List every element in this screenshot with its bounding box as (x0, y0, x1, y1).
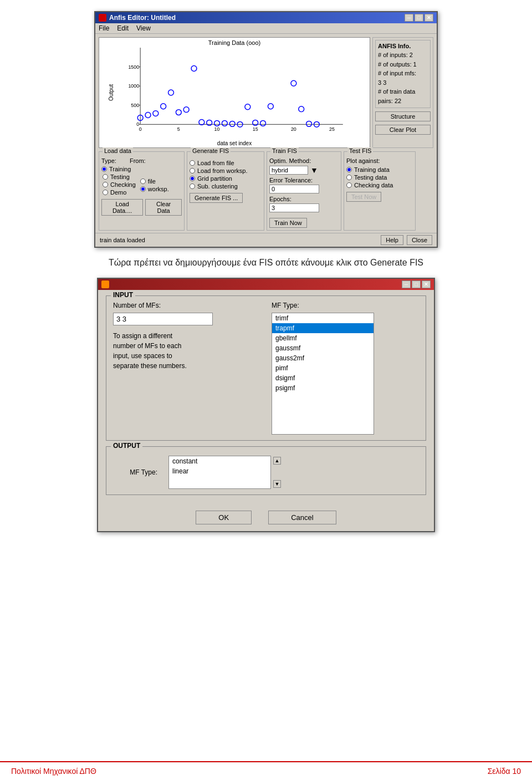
genfis-close-button[interactable]: ✕ (422, 281, 431, 288)
error-tolerance-input[interactable] (269, 185, 319, 193)
from-label: From: (130, 157, 146, 164)
radio-load-worksp[interactable] (190, 168, 195, 174)
radio-file-label: file (148, 178, 156, 185)
structure-button[interactable]: Structure (375, 111, 431, 121)
help-button[interactable]: Help (381, 235, 403, 245)
load-data-title: Load data (103, 147, 133, 154)
svg-text:10: 10 (214, 126, 220, 132)
chart-title: Training Data (ooo) (99, 38, 370, 46)
radio-checking[interactable] (103, 182, 108, 187)
radio-training-data-label: Training data (354, 166, 390, 173)
mf-item-trimf[interactable]: trimf (272, 313, 374, 323)
output-mf-type-list[interactable]: constant linear (168, 456, 271, 489)
output-mf-item-constant[interactable]: constant (169, 456, 270, 466)
mfs-label: Number of MFs: (113, 302, 260, 309)
svg-text:1000: 1000 (128, 83, 139, 89)
radio-worksp[interactable] (140, 186, 146, 192)
svg-point-30 (245, 104, 250, 110)
optim-label: Optim. Method: (269, 157, 311, 164)
svg-point-17 (145, 113, 151, 118)
radio-file[interactable] (140, 179, 146, 184)
train-now-button[interactable]: Train Now (269, 218, 307, 228)
radio-testing[interactable] (103, 174, 108, 180)
test-fis-panel: Test FIS Plot against: Training data Tes… (344, 151, 416, 231)
test-fis-title: Test FIS (347, 147, 373, 154)
mf-item-pimf[interactable]: pimf (272, 363, 374, 373)
svg-point-22 (183, 107, 189, 113)
anfis-info-panel: ANFIS Info. # of inputs: 2 # of outputs:… (372, 37, 433, 148)
restore-button[interactable]: □ (415, 14, 423, 22)
type-label: Type: (101, 157, 116, 164)
page-footer: Πολιτικοί Μηχανικοί ΔΠΘ Σελίδα 10 (0, 761, 532, 780)
radio-demo[interactable] (103, 190, 108, 195)
svg-point-23 (191, 66, 197, 72)
footer-left: Πολιτικοί Μηχανικοί ΔΠΘ (11, 767, 96, 776)
chart-svg: 0 500 1000 1500 0 5 10 15 20 (115, 48, 369, 141)
greek-paragraph: Τώρα πρέπει να δημιουργήσουμε ένα FIS οπ… (44, 258, 488, 268)
close-button[interactable]: ✕ (424, 14, 433, 22)
radio-sub-clustering[interactable] (190, 183, 195, 189)
epochs-input[interactable] (269, 203, 319, 212)
radio-training-label: Training (109, 166, 131, 172)
clear-data-button[interactable]: Clear Data (145, 199, 182, 216)
genfis-minimize-button[interactable]: ─ (402, 281, 411, 288)
anfis-info-title: ANFIS Info. (378, 43, 428, 49)
anfis-info-text: # of inputs: 2 # of outputs: 1 # of inpu… (378, 50, 428, 105)
minimize-button[interactable]: ─ (405, 14, 413, 22)
load-data-panel: Load data Type: From: Training Testing (99, 151, 185, 231)
output-list-scroll-down[interactable]: ▼ (273, 480, 281, 488)
anfis-menubar: File Edit View (95, 23, 437, 34)
radio-load-worksp-label: Load from worksp. (197, 167, 247, 174)
input-section-title: INPUT (111, 291, 135, 299)
radio-testing-label: Testing (110, 174, 130, 180)
radio-training[interactable] (101, 166, 107, 172)
close-anfis-button[interactable]: Close (407, 235, 432, 245)
optim-method-input[interactable] (269, 166, 308, 175)
mf-item-trapmf[interactable]: trapmf (272, 323, 374, 333)
clear-plot-button[interactable]: Clear Plot (375, 125, 431, 135)
plot-against-label: Plot against: (346, 157, 380, 164)
svg-text:20: 20 (291, 126, 296, 132)
output-mf-item-linear[interactable]: linear (169, 466, 270, 476)
svg-text:0: 0 (139, 126, 142, 132)
genfis-ok-button[interactable]: OK (196, 511, 252, 524)
genfis-dialog: ─ □ ✕ INPUT Number of MFs: To assign a d… (97, 278, 435, 532)
training-chart: Training Data (ooo) Output 0 500 1000 15… (99, 37, 370, 148)
mf-item-gaussmf[interactable]: gaussmf (272, 343, 374, 353)
load-data-button[interactable]: Load Data.... (101, 199, 143, 216)
svg-point-20 (168, 90, 174, 95)
status-text: train data loaded (100, 237, 145, 243)
train-fis-panel: Train FIS Optim. Method: ▼ Error Toleran… (267, 151, 341, 231)
anfis-titlebar: Anfis Editor: Untitled ─ □ ✕ (95, 12, 437, 23)
mf-item-gauss2mf[interactable]: gauss2mf (272, 353, 374, 363)
mf-item-gbellmf[interactable]: gbellmf (272, 333, 374, 343)
generate-fis-button[interactable]: Generate FIS ... (190, 193, 243, 203)
svg-text:500: 500 (131, 103, 139, 108)
svg-point-33 (268, 104, 273, 109)
radio-testing-data[interactable] (346, 175, 352, 180)
radio-load-file[interactable] (190, 160, 195, 166)
output-mf-type-label: MF Type: (113, 468, 157, 476)
svg-point-28 (229, 121, 235, 126)
mf-type-list[interactable]: trimf trapmf gbellmf gaussmf gauss2mf pi… (272, 313, 374, 435)
radio-sub-label: Sub. clustering (197, 183, 238, 190)
svg-point-36 (306, 121, 312, 126)
mfs-helper-text: To assign a differentnumber of MFs to ea… (113, 331, 260, 371)
genfis-title-icon (101, 281, 109, 288)
radio-demo-label: Demo (110, 189, 126, 196)
menu-edit[interactable]: Edit (117, 24, 129, 32)
test-now-button[interactable]: Test Now (346, 192, 381, 202)
mf-item-dsigmf[interactable]: dsigmf (272, 373, 374, 383)
mf-item-psigmf[interactable]: psigmf (272, 383, 374, 393)
radio-training-data[interactable] (346, 167, 352, 172)
radio-checking-data[interactable] (346, 182, 352, 188)
radio-grid-partition[interactable] (190, 176, 195, 181)
chart-x-label: data set index (99, 140, 370, 146)
genfis-restore-button[interactable]: □ (412, 281, 421, 288)
epochs-label: Epochs: (269, 196, 291, 202)
menu-view[interactable]: View (136, 24, 151, 32)
output-list-scroll-up[interactable]: ▲ (273, 457, 281, 465)
genfis-cancel-button[interactable]: Cancel (268, 511, 336, 524)
mfs-value-input[interactable] (113, 313, 213, 325)
menu-file[interactable]: File (99, 24, 109, 32)
